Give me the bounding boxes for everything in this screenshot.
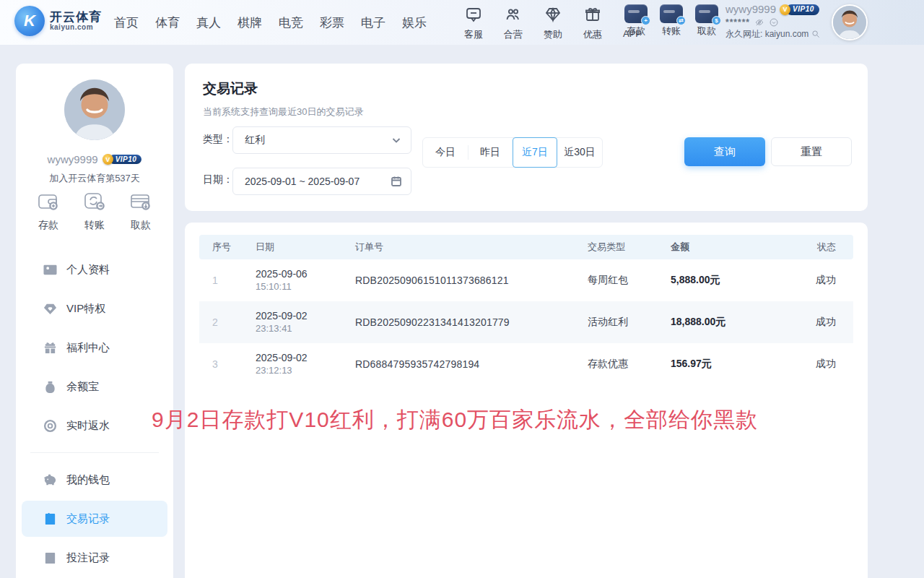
joined-days-label: 加入开云体育第537天 <box>16 172 173 185</box>
profile-avatar-face-icon <box>64 79 125 140</box>
main-nav: 首页 体育 真人 棋牌 电竞 彩票 电子 娱乐 <box>114 0 427 45</box>
avatar[interactable] <box>832 4 868 40</box>
sidebar-withdraw-button[interactable]: 取款 <box>130 192 152 232</box>
refresh-chevron-icon[interactable] <box>769 17 779 27</box>
sidebar-item-rebate[interactable]: 实时返水 <box>22 406 167 445</box>
date-range-input[interactable]: 2025-09-01 ~ 2025-09-07 <box>232 168 411 195</box>
nav-live[interactable]: 真人 <box>196 14 221 31</box>
nav-slots[interactable]: 电子 <box>361 14 385 31</box>
id-card-icon <box>43 263 57 277</box>
vip-shield-icon: V <box>780 4 790 15</box>
nav-sports[interactable]: 体育 <box>155 14 180 31</box>
chevron-down-icon <box>391 134 402 146</box>
profile-vip-badge[interactable]: V VIP10 <box>103 154 142 165</box>
range-today-button[interactable]: 今日 <box>423 138 468 167</box>
magnifier-icon[interactable] <box>811 29 821 39</box>
brand-emblem-icon: K <box>14 6 45 36</box>
username: wywy9999 <box>725 3 776 17</box>
transfer-wallet-icon: ⇄ <box>660 4 683 23</box>
transfer-button[interactable]: ⇄ 转账 <box>658 4 685 38</box>
ledger-icon <box>43 512 57 526</box>
filter-card: 交易记录 当前系统支持查询最近30日的交易记录 类型： 红利 日期： 2025-… <box>185 64 868 211</box>
transfer-outline-icon <box>84 192 105 214</box>
diamond-icon <box>43 302 57 316</box>
promo-button[interactable]: 优惠 <box>579 6 606 41</box>
avatar-face-icon <box>833 6 866 39</box>
vip-level-label: VIP10 <box>786 4 819 15</box>
gift-icon <box>43 341 57 355</box>
sidebar-item-yuebao[interactable]: 余额宝 <box>22 367 167 406</box>
topbar: K 开云体育 kaiyun.com 首页 体育 真人 棋牌 电竞 彩票 电子 娱… <box>0 0 924 45</box>
table-row[interactable]: 2 2025-09-02 23:13:41 RDB202509022313414… <box>199 301 853 343</box>
piggy-bank-icon <box>43 473 57 487</box>
table-card: 序号 日期 订单号 交易类型 金额 状态 1 2025-09-06 15:10:… <box>185 223 868 578</box>
sidebar-item-wallet[interactable]: 我的钱包 <box>22 460 167 499</box>
table-row[interactable]: 3 2025-09-02 23:12:13 RD6884795935742798… <box>199 343 853 385</box>
partners-icon <box>505 6 522 26</box>
sidebar-transfer-button[interactable]: 转账 <box>84 192 105 232</box>
chat-icon <box>465 6 482 26</box>
date-filter-label: 日期： <box>203 173 233 186</box>
sidebar-item-welfare[interactable]: 福利中心 <box>22 328 167 367</box>
reset-button[interactable]: 重置 <box>771 137 852 166</box>
rebate-circle-icon <box>43 419 57 433</box>
brand-logo[interactable]: K 开云体育 kaiyun.com <box>14 6 102 36</box>
sidebar-deposit-button[interactable]: 存款 <box>38 192 59 232</box>
range-30days-button[interactable]: 近30日 <box>557 138 602 167</box>
profile-username: wywy9999 <box>48 153 98 165</box>
gift-icon <box>584 6 601 26</box>
withdraw-button[interactable]: $ 取款 <box>693 4 720 38</box>
calendar-icon <box>391 176 402 187</box>
transactions-table: 序号 日期 订单号 交易类型 金额 状态 1 2025-09-06 15:10:… <box>199 235 853 385</box>
type-select[interactable]: 红利 <box>232 126 411 154</box>
sponsor-button[interactable]: 赞助 <box>539 6 567 41</box>
nav-home[interactable]: 首页 <box>114 14 139 31</box>
eye-off-icon[interactable] <box>754 17 764 27</box>
sidebar-menu: 个人资料 VIP特权 福利中心 余额宝 实时返水 我的钱包 <box>22 250 167 577</box>
col-date: 日期 <box>243 241 342 254</box>
col-order: 订单号 <box>342 241 580 254</box>
money-pot-icon <box>43 380 57 394</box>
page-title: 交易记录 <box>203 79 258 98</box>
table-header-row: 序号 日期 订单号 交易类型 金额 状态 <box>199 235 853 259</box>
partner-button[interactable]: 合营 <box>500 6 527 41</box>
table-row[interactable]: 1 2025-09-06 15:10:11 RDB202509061510113… <box>199 259 853 301</box>
sidebar-item-profile[interactable]: 个人资料 <box>22 250 167 289</box>
vip-badge[interactable]: V VIP10 <box>780 4 819 15</box>
type-filter-label: 类型： <box>203 133 233 146</box>
sidebar-item-transactions[interactable]: 交易记录 <box>22 501 167 537</box>
col-status: 状态 <box>793 241 853 254</box>
brand-text: 开云体育 kaiyun.com <box>50 11 102 31</box>
sidebar: wywy9999 V VIP10 加入开云体育第537天 存款 转账 <box>16 64 173 578</box>
deposit-wallet-icon: + <box>624 4 648 23</box>
gem-icon <box>544 6 562 26</box>
col-amount: 金额 <box>663 241 793 254</box>
deposit-button[interactable]: + 存款 <box>622 4 650 38</box>
nav-esports[interactable]: 电竞 <box>279 14 303 31</box>
topbar-user-block: wywy9999 V VIP10 ****** 永久网址: kaiyun.com <box>725 3 834 40</box>
card-outline-icon <box>130 192 152 214</box>
col-index: 序号 <box>199 241 243 254</box>
permanent-url-label: 永久网址: kaiyun.com <box>725 29 808 40</box>
nav-entertainment[interactable]: 娱乐 <box>402 14 427 31</box>
range-yesterday-button[interactable]: 昨日 <box>468 138 513 167</box>
profile-vip-shield-icon: V <box>103 154 113 165</box>
brand-domain: kaiyun.com <box>50 24 102 32</box>
brand-name: 开云体育 <box>50 11 102 24</box>
wallet-outline-icon <box>38 192 59 214</box>
page: K 开云体育 kaiyun.com 首页 体育 真人 棋牌 电竞 彩票 电子 娱… <box>0 0 924 578</box>
range-7days-button[interactable]: 近7日 <box>513 137 557 168</box>
nav-chess[interactable]: 棋牌 <box>237 14 262 31</box>
quick-range-group: 今日 昨日 近7日 近30日 <box>422 137 603 168</box>
query-button[interactable]: 查询 <box>684 137 765 166</box>
sidebar-item-vip[interactable]: VIP特权 <box>22 289 167 328</box>
service-button[interactable]: 客服 <box>460 6 487 41</box>
balance-mask: ****** <box>725 17 750 28</box>
profile-avatar[interactable] <box>64 79 125 140</box>
topbar-icon-actions: 客服 合营 赞助 优惠 <box>460 6 646 41</box>
withdraw-card-icon: $ <box>695 4 718 23</box>
bet-record-icon <box>43 551 57 565</box>
profile-vip-level-label: VIP10 <box>109 155 142 164</box>
sidebar-item-bets[interactable]: 投注记录 <box>22 538 167 577</box>
nav-lottery[interactable]: 彩票 <box>320 14 344 31</box>
